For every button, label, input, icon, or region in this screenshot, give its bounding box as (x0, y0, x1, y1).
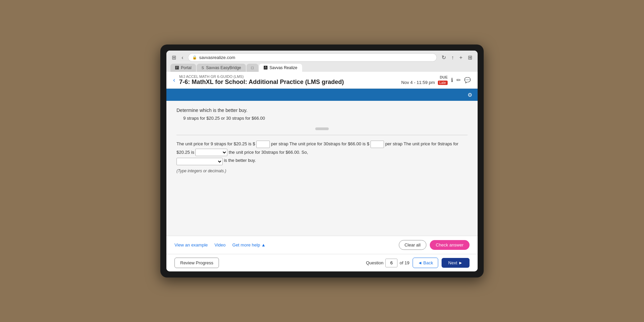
tab-extra[interactable]: □ (247, 64, 258, 72)
tab-portal[interactable]: 🅿 Portal (170, 64, 196, 72)
due-label: DUE (401, 75, 448, 79)
pencil-button[interactable]: ✏ (456, 77, 461, 83)
app-header-right: DUE Nov 4 - 11:59 pm Late ℹ ✏ 💬 (401, 75, 471, 85)
tablet-frame: ⊞ ‹ 🔒 savvasrealize.com ↻ ↑ + ⊞ 🅿 Por (160, 45, 484, 277)
clear-all-button[interactable]: Clear all (399, 240, 426, 250)
app-header-left: ‹ M/J ACCEL MATH GR 6-GUIDO (LMS) 7-6: M… (173, 75, 344, 86)
info-button[interactable]: ℹ (451, 77, 453, 83)
video-link[interactable]: Video (215, 242, 226, 247)
sidebar-toggle-button[interactable]: ⊞ (170, 54, 178, 61)
easybridge-favicon: S (201, 66, 204, 70)
tab-extra-label: □ (251, 65, 254, 70)
share-button[interactable]: ↑ (450, 54, 455, 61)
comparison-dropdown[interactable]: less than greater than equal to (195, 149, 227, 156)
unit-price-input-1[interactable] (256, 141, 270, 148)
browser-back-button[interactable]: ‹ (180, 54, 185, 61)
bottom-right-actions: Clear all Check answer (399, 240, 470, 250)
more-button[interactable]: ⊞ (466, 54, 474, 61)
address-bar[interactable]: 🔒 savvasrealize.com (188, 53, 437, 62)
browser-nav-icons: ⊞ ‹ (170, 54, 185, 61)
lock-icon: 🔒 (192, 55, 197, 60)
reload-button[interactable]: ↻ (440, 54, 447, 61)
header-action-icons: ℹ ✏ 💬 (451, 77, 471, 83)
get-more-help-link[interactable]: Get more help ▲ (232, 242, 266, 247)
blue-banner: ⚙ (166, 89, 478, 101)
view-example-link[interactable]: View an example (174, 242, 208, 247)
portal-favicon: 🅿 (175, 66, 179, 70)
bottom-action-bar: View an example Video Get more help ▲ Cl… (166, 236, 478, 254)
assignment-title: 7-6: MathXL for School: Additional Pract… (179, 79, 344, 86)
tab-realize-label: Savvas Realize (269, 65, 297, 70)
question-body: The unit price for 9 straps for $20.25 i… (176, 140, 468, 175)
tabs-bar: 🅿 Portal S Savvas EasyBridge □ 🅰 Savvas … (170, 64, 474, 72)
chat-button[interactable]: 💬 (464, 77, 471, 83)
new-tab-button[interactable]: + (458, 54, 464, 61)
late-badge: Late (438, 81, 448, 85)
tab-portal-label: Portal (181, 65, 191, 70)
next-button[interactable]: Next ► (442, 258, 470, 268)
due-info: DUE Nov 4 - 11:59 pm Late (401, 75, 448, 85)
assignment-info: M/J ACCEL MATH GR 6-GUIDO (LMS) 7-6: Mat… (179, 75, 344, 86)
pagination-right: Question of 19 ◄ Back Next ► (366, 258, 470, 268)
browser-window: ⊞ ‹ 🔒 savvasrealize.com ↻ ↑ + ⊞ 🅿 Por (166, 51, 478, 271)
tab-easybridge-label: Savvas EasyBridge (206, 65, 241, 70)
check-answer-button[interactable]: Check answer (430, 240, 470, 250)
due-date: Nov 4 - 11:59 pm (401, 80, 435, 85)
pagination-bar: Review Progress Question of 19 ◄ Back Ne… (166, 254, 478, 271)
bottom-left-links: View an example Video Get more help ▲ (174, 242, 266, 247)
question-label: Question (366, 260, 383, 265)
question-number-input[interactable] (385, 259, 397, 267)
url-text: savvasrealize.com (199, 55, 235, 60)
browser-chrome: ⊞ ‹ 🔒 savvasrealize.com ↻ ↑ + ⊞ 🅿 Por (166, 51, 478, 72)
divider-line (176, 135, 468, 135)
unit-price-input-2[interactable] (371, 141, 384, 148)
assignment-back-button[interactable]: ‹ (173, 77, 175, 84)
question-instruction: Determine which is the better buy. (176, 108, 468, 113)
divider-oval (176, 127, 468, 130)
sentence-part6: the unit price for 30straps for $66.00. … (229, 150, 308, 155)
app-header: ‹ M/J ACCEL MATH GR 6-GUIDO (LMS) 7-6: M… (166, 72, 478, 89)
question-counter: Question of 19 (366, 259, 409, 267)
better-buy-dropdown[interactable]: 9 straps for $20.25 30 straps for $66.00 (176, 158, 223, 165)
sentence-part3: The unit price for 30straps for $66.00 i… (289, 141, 369, 146)
helper-text: (Type integers or decimals.) (176, 167, 468, 175)
question-data: 9 straps for $20.25 or 30 straps for $66… (183, 116, 468, 121)
sentence-part2: per strap (271, 141, 288, 146)
browser-right-icons: ↻ ↑ + ⊞ (440, 54, 474, 61)
main-content: Determine which is the better buy. 9 str… (166, 101, 478, 236)
back-button[interactable]: ◄ Back (413, 258, 438, 268)
tab-easybridge[interactable]: S Savvas EasyBridge (197, 64, 246, 72)
of-label: of 19 (399, 260, 409, 265)
review-progress-button[interactable]: Review Progress (174, 258, 219, 268)
realize-favicon: 🅰 (264, 66, 267, 70)
sentence-part7: is the better buy. (224, 158, 256, 163)
sentence-part1: The unit price for 9 straps for $20.25 i… (176, 141, 255, 146)
sentence-part4: per strap (385, 141, 402, 146)
tab-realize[interactable]: 🅰 Savvas Realize (259, 64, 302, 72)
settings-icon[interactable]: ⚙ (468, 92, 472, 98)
assignment-course: M/J ACCEL MATH GR 6-GUIDO (LMS) (179, 75, 344, 79)
